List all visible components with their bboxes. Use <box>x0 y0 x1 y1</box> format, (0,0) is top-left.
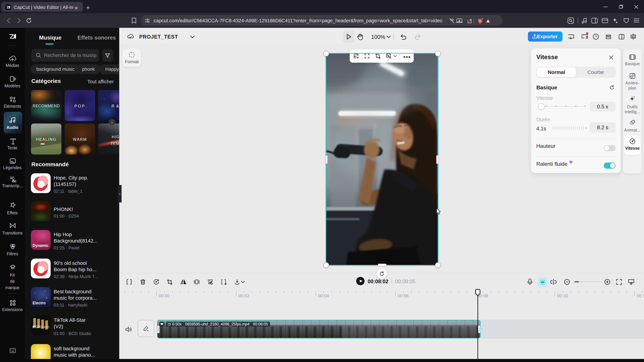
svg-text:?: ? <box>595 35 597 38</box>
svg-text:5: 5 <box>482 18 483 20</box>
